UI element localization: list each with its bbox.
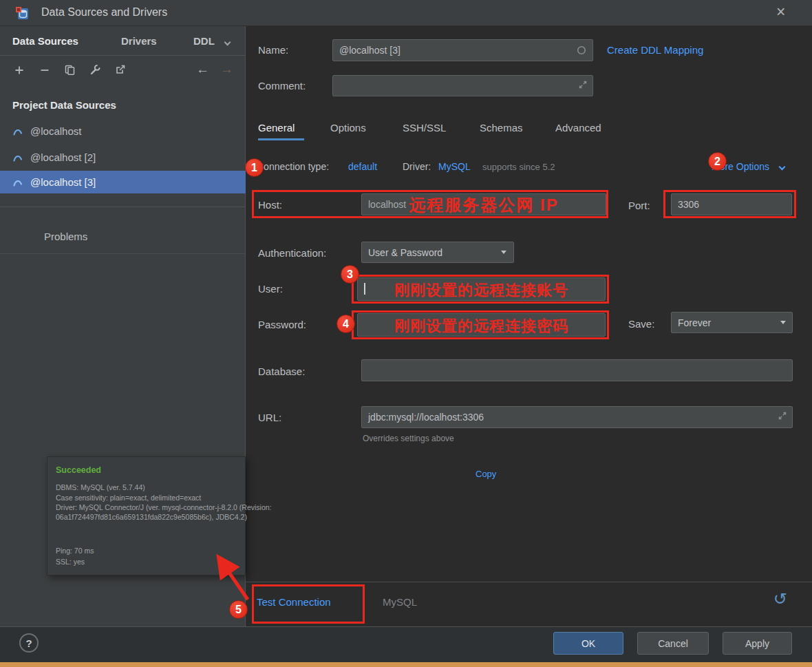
annotation-text-user: 刚刚设置的远程连接账号: [357, 280, 606, 301]
save-label: Save:: [628, 318, 654, 330]
datasource-icon: [12, 177, 23, 188]
bottom-strip: [0, 662, 812, 667]
annotation-badge-1: 1: [245, 158, 264, 177]
copy-link[interactable]: Copy: [476, 469, 496, 479]
more-options-chevron-down-icon[interactable]: [779, 164, 786, 171]
sidebar-tab-drivers[interactable]: Drivers: [121, 35, 157, 47]
sidebar-tab-ddl[interactable]: DDL: [193, 35, 215, 47]
tab-ssh-ssl[interactable]: SSH/SSL: [403, 122, 446, 134]
test-result-ssl: SSL: yes: [56, 558, 85, 566]
active-tab-underline: [258, 138, 304, 140]
create-ddl-mapping-link[interactable]: Create DDL Mapping: [607, 44, 703, 56]
sidebar-tabs-divider: [0, 55, 246, 56]
name-label: Name:: [258, 44, 288, 56]
name-input-value: @localhost [3]: [339, 45, 400, 56]
test-result-status: Succeeded: [56, 465, 101, 475]
annotation-badge-2: 2: [708, 152, 727, 171]
back-arrow-icon[interactable]: ←: [196, 62, 209, 77]
password-label: Password:: [258, 319, 306, 330]
authentication-chevron-down-icon: [501, 251, 506, 254]
expand-icon[interactable]: [778, 411, 787, 421]
database-input[interactable]: [361, 359, 793, 381]
bottom-driver-name: MySQL: [383, 596, 417, 608]
revert-icon[interactable]: ↺: [773, 589, 787, 608]
app-icon: [15, 6, 29, 20]
annotation-badge-5: 5: [229, 600, 248, 619]
cancel-button[interactable]: Cancel: [637, 632, 709, 655]
test-result-dbms: DBMS: MySQL (ver. 5.7.44): [56, 483, 145, 491]
driver-value-link[interactable]: MySQL: [438, 161, 471, 172]
authentication-select[interactable]: User & Password: [361, 242, 514, 263]
save-chevron-down-icon: [780, 321, 786, 324]
url-note: Overrides settings above: [363, 434, 454, 443]
list-item-localhost-2[interactable]: @localhost [2]: [30, 151, 96, 163]
connection-type-value-link[interactable]: default: [348, 161, 377, 172]
authentication-label: Authentication:: [258, 247, 326, 259]
authentication-select-value: User & Password: [368, 247, 442, 258]
bottom-bar-divider: [246, 582, 812, 582]
url-input[interactable]: jdbc:mysql://localhost:3306: [361, 406, 793, 428]
close-icon[interactable]: ×: [776, 3, 785, 21]
driver-note: supports since 5.2: [482, 162, 555, 172]
list-item-localhost-3-selected[interactable]: @localhost [3]: [30, 176, 96, 188]
duplicate-icon[interactable]: [64, 64, 76, 76]
url-input-value: jdbc:mysql://localhost:3306: [368, 412, 484, 423]
user-label: User:: [258, 283, 283, 295]
test-result-driver-line1: Driver: MySQL Connector/J (ver. mysql-co…: [56, 503, 272, 511]
tab-advanced[interactable]: Advanced: [555, 122, 601, 134]
tab-general[interactable]: General: [258, 122, 295, 134]
annotation-arrow: [208, 549, 259, 608]
wrench-icon[interactable]: [89, 64, 101, 76]
tab-schemas[interactable]: Schemas: [480, 122, 523, 134]
port-label: Port:: [628, 200, 650, 211]
expand-icon[interactable]: [578, 80, 588, 89]
test-result-driver-line2: 06a1f724497fd81c6a659131fda822c9e5085b6c…: [56, 513, 247, 521]
annotation-text-host: 远程服务器公网 IP: [361, 194, 606, 216]
remove-icon[interactable]: [39, 65, 50, 76]
annotation-box-port: [663, 190, 796, 218]
database-label: Database:: [258, 366, 305, 377]
ok-button[interactable]: OK: [553, 632, 623, 655]
problems-section[interactable]: Problems: [44, 231, 87, 242]
sidebar-divider: [0, 207, 246, 207]
sidebar-divider: [0, 253, 246, 254]
url-label: URL:: [258, 412, 281, 423]
sidebar-tab-data-sources[interactable]: Data Sources: [12, 35, 78, 47]
driver-label: Driver:: [403, 161, 431, 172]
add-icon[interactable]: [14, 65, 25, 76]
comment-label: Comment:: [258, 80, 306, 92]
name-input[interactable]: @localhost [3]: [332, 39, 593, 61]
data-sources-dialog: Data Sources and Drivers × Data Sources …: [0, 0, 812, 667]
apply-button[interactable]: Apply: [723, 632, 792, 655]
open-ddl-icon[interactable]: [115, 64, 126, 75]
datasource-icon: [12, 152, 23, 163]
connection-type-label: Connection type:: [257, 161, 329, 172]
annotation-badge-3: 3: [341, 265, 359, 284]
name-spinner-icon: [577, 45, 586, 55]
test-result-case-sensitivity: Case sensitivity: plain=exact, delimited…: [56, 494, 201, 502]
project-data-sources-header: Project Data Sources: [12, 99, 116, 111]
annotation-box-test-connection: [252, 584, 365, 624]
list-item-localhost[interactable]: @localhost: [30, 125, 81, 137]
forward-arrow-icon[interactable]: →: [220, 62, 233, 77]
save-select[interactable]: Forever: [671, 312, 793, 333]
window-title: Data Sources and Drivers: [41, 6, 167, 19]
datasource-icon: [12, 126, 23, 137]
test-result-ping: Ping: 70 ms: [56, 547, 94, 555]
annotation-badge-4: 4: [336, 315, 355, 333]
help-button[interactable]: ?: [19, 633, 39, 653]
annotation-text-password: 刚刚设置的远程连接密码: [357, 316, 606, 337]
comment-input[interactable]: [332, 75, 593, 96]
tab-options[interactable]: Options: [330, 122, 366, 134]
save-select-value: Forever: [678, 317, 711, 328]
